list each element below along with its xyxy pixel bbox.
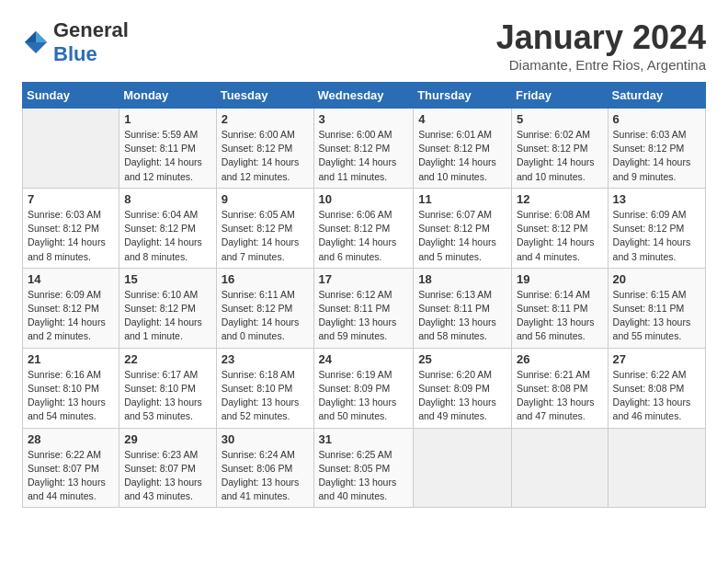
day-info: Sunrise: 6:03 AMSunset: 8:12 PMDaylight:… xyxy=(613,129,691,182)
day-number: 1 xyxy=(124,112,210,126)
weekday-header-friday: Friday xyxy=(511,83,608,109)
day-number: 2 xyxy=(222,112,309,126)
day-info: Sunrise: 6:20 AMSunset: 8:09 PMDaylight:… xyxy=(418,369,496,422)
weekday-header-wednesday: Wednesday xyxy=(313,83,414,109)
day-info: Sunrise: 6:00 AMSunset: 8:12 PMDaylight:… xyxy=(222,129,300,182)
weekday-header-row: SundayMondayTuesdayWednesdayThursdayFrid… xyxy=(23,83,706,109)
calendar-cell: 14 Sunrise: 6:09 AMSunset: 8:12 PMDaylig… xyxy=(23,268,119,348)
calendar-week-row: 21 Sunrise: 6:16 AMSunset: 8:10 PMDaylig… xyxy=(23,348,706,428)
calendar-cell: 4 Sunrise: 6:01 AMSunset: 8:12 PMDayligh… xyxy=(414,109,512,189)
calendar-cell: 24 Sunrise: 6:19 AMSunset: 8:09 PMDaylig… xyxy=(313,348,414,428)
calendar-cell: 31 Sunrise: 6:25 AMSunset: 8:05 PMDaylig… xyxy=(313,428,414,508)
day-info: Sunrise: 6:25 AMSunset: 8:05 PMDaylight:… xyxy=(319,449,397,502)
day-info: Sunrise: 6:12 AMSunset: 8:11 PMDaylight:… xyxy=(319,289,397,342)
calendar-cell: 20 Sunrise: 6:15 AMSunset: 8:11 PMDaylig… xyxy=(608,268,705,348)
day-info: Sunrise: 6:11 AMSunset: 8:12 PMDaylight:… xyxy=(222,289,300,342)
calendar-cell: 1 Sunrise: 5:59 AMSunset: 8:11 PMDayligh… xyxy=(119,109,216,189)
day-info: Sunrise: 6:19 AMSunset: 8:09 PMDaylight:… xyxy=(319,369,397,422)
day-info: Sunrise: 6:01 AMSunset: 8:12 PMDaylight:… xyxy=(418,129,496,182)
day-info: Sunrise: 6:08 AMSunset: 8:12 PMDaylight:… xyxy=(517,209,595,262)
calendar-cell: 16 Sunrise: 6:11 AMSunset: 8:12 PMDaylig… xyxy=(216,268,313,348)
month-title: January 2024 xyxy=(496,18,706,57)
day-info: Sunrise: 6:10 AMSunset: 8:12 PMDaylight:… xyxy=(124,289,202,342)
day-info: Sunrise: 6:00 AMSunset: 8:12 PMDaylight:… xyxy=(319,129,397,182)
calendar-cell: 5 Sunrise: 6:02 AMSunset: 8:12 PMDayligh… xyxy=(511,109,608,189)
day-number: 10 xyxy=(319,192,409,206)
svg-marker-1 xyxy=(36,31,47,42)
day-number: 6 xyxy=(613,112,700,126)
calendar-cell: 28 Sunrise: 6:22 AMSunset: 8:07 PMDaylig… xyxy=(23,428,119,508)
calendar-cell: 8 Sunrise: 6:04 AMSunset: 8:12 PMDayligh… xyxy=(119,188,216,268)
day-number: 14 xyxy=(28,272,114,286)
calendar-cell: 7 Sunrise: 6:03 AMSunset: 8:12 PMDayligh… xyxy=(23,188,119,268)
day-info: Sunrise: 6:04 AMSunset: 8:12 PMDaylight:… xyxy=(124,209,202,262)
calendar-cell: 22 Sunrise: 6:17 AMSunset: 8:10 PMDaylig… xyxy=(119,348,216,428)
day-info: Sunrise: 6:07 AMSunset: 8:12 PMDaylight:… xyxy=(418,209,496,262)
day-number: 16 xyxy=(222,272,309,286)
logo-icon xyxy=(22,29,50,56)
calendar-cell xyxy=(608,428,705,508)
day-info: Sunrise: 6:21 AMSunset: 8:08 PMDaylight:… xyxy=(517,369,595,422)
calendar-week-row: 1 Sunrise: 5:59 AMSunset: 8:11 PMDayligh… xyxy=(23,109,706,189)
calendar-week-row: 14 Sunrise: 6:09 AMSunset: 8:12 PMDaylig… xyxy=(23,268,706,348)
day-number: 19 xyxy=(517,272,603,286)
day-info: Sunrise: 6:16 AMSunset: 8:10 PMDaylight:… xyxy=(28,369,106,422)
day-info: Sunrise: 6:15 AMSunset: 8:11 PMDaylight:… xyxy=(613,289,691,342)
calendar-cell xyxy=(23,109,119,189)
logo-blue: Blue xyxy=(53,42,97,65)
day-number: 24 xyxy=(319,352,409,366)
day-info: Sunrise: 6:05 AMSunset: 8:12 PMDaylight:… xyxy=(222,209,300,262)
day-number: 25 xyxy=(418,352,506,366)
day-info: Sunrise: 6:23 AMSunset: 8:07 PMDaylight:… xyxy=(124,449,202,502)
calendar-cell: 15 Sunrise: 6:10 AMSunset: 8:12 PMDaylig… xyxy=(119,268,216,348)
day-info: Sunrise: 6:09 AMSunset: 8:12 PMDaylight:… xyxy=(613,209,691,262)
day-info: Sunrise: 6:24 AMSunset: 8:06 PMDaylight:… xyxy=(222,449,300,502)
day-info: Sunrise: 6:22 AMSunset: 8:08 PMDaylight:… xyxy=(613,369,691,422)
day-number: 27 xyxy=(613,352,700,366)
calendar-week-row: 7 Sunrise: 6:03 AMSunset: 8:12 PMDayligh… xyxy=(23,188,706,268)
day-info: Sunrise: 6:14 AMSunset: 8:11 PMDaylight:… xyxy=(517,289,595,342)
day-number: 20 xyxy=(613,272,700,286)
day-number: 15 xyxy=(124,272,210,286)
calendar-cell: 25 Sunrise: 6:20 AMSunset: 8:09 PMDaylig… xyxy=(414,348,512,428)
calendar-cell: 27 Sunrise: 6:22 AMSunset: 8:08 PMDaylig… xyxy=(608,348,705,428)
location-subtitle: Diamante, Entre Rios, Argentina xyxy=(496,57,706,73)
calendar-cell: 19 Sunrise: 6:14 AMSunset: 8:11 PMDaylig… xyxy=(511,268,608,348)
day-number: 3 xyxy=(319,112,409,126)
day-number: 18 xyxy=(418,272,506,286)
calendar-cell: 3 Sunrise: 6:00 AMSunset: 8:12 PMDayligh… xyxy=(313,109,414,189)
day-number: 13 xyxy=(613,192,700,206)
day-info: Sunrise: 6:22 AMSunset: 8:07 PMDaylight:… xyxy=(28,449,106,502)
calendar-cell: 2 Sunrise: 6:00 AMSunset: 8:12 PMDayligh… xyxy=(216,109,313,189)
calendar-cell: 13 Sunrise: 6:09 AMSunset: 8:12 PMDaylig… xyxy=(608,188,705,268)
day-info: Sunrise: 6:03 AMSunset: 8:12 PMDaylight:… xyxy=(28,209,106,262)
header: General Blue January 2024 Diamante, Entr… xyxy=(22,18,706,73)
calendar-cell: 26 Sunrise: 6:21 AMSunset: 8:08 PMDaylig… xyxy=(511,348,608,428)
calendar-cell xyxy=(511,428,608,508)
calendar-cell xyxy=(414,428,512,508)
weekday-header-monday: Monday xyxy=(119,83,216,109)
calendar-week-row: 28 Sunrise: 6:22 AMSunset: 8:07 PMDaylig… xyxy=(23,428,706,508)
day-info: Sunrise: 6:09 AMSunset: 8:12 PMDaylight:… xyxy=(28,289,106,342)
logo-text: General Blue xyxy=(53,18,129,66)
calendar-cell: 12 Sunrise: 6:08 AMSunset: 8:12 PMDaylig… xyxy=(511,188,608,268)
day-number: 11 xyxy=(418,192,506,206)
day-number: 23 xyxy=(222,352,309,366)
logo: General Blue xyxy=(22,18,129,66)
day-number: 7 xyxy=(28,192,114,206)
calendar-cell: 6 Sunrise: 6:03 AMSunset: 8:12 PMDayligh… xyxy=(608,109,705,189)
weekday-header-tuesday: Tuesday xyxy=(216,83,313,109)
day-number: 9 xyxy=(222,192,309,206)
day-info: Sunrise: 6:13 AMSunset: 8:11 PMDaylight:… xyxy=(418,289,496,342)
day-number: 26 xyxy=(517,352,603,366)
day-info: Sunrise: 6:06 AMSunset: 8:12 PMDaylight:… xyxy=(319,209,397,262)
calendar-cell: 11 Sunrise: 6:07 AMSunset: 8:12 PMDaylig… xyxy=(414,188,512,268)
day-info: Sunrise: 6:18 AMSunset: 8:10 PMDaylight:… xyxy=(222,369,300,422)
day-number: 4 xyxy=(418,112,506,126)
day-number: 21 xyxy=(28,352,114,366)
day-number: 29 xyxy=(124,432,210,446)
day-info: Sunrise: 6:02 AMSunset: 8:12 PMDaylight:… xyxy=(517,129,595,182)
day-info: Sunrise: 5:59 AMSunset: 8:11 PMDaylight:… xyxy=(124,129,202,182)
day-number: 31 xyxy=(319,432,409,446)
calendar-cell: 29 Sunrise: 6:23 AMSunset: 8:07 PMDaylig… xyxy=(119,428,216,508)
